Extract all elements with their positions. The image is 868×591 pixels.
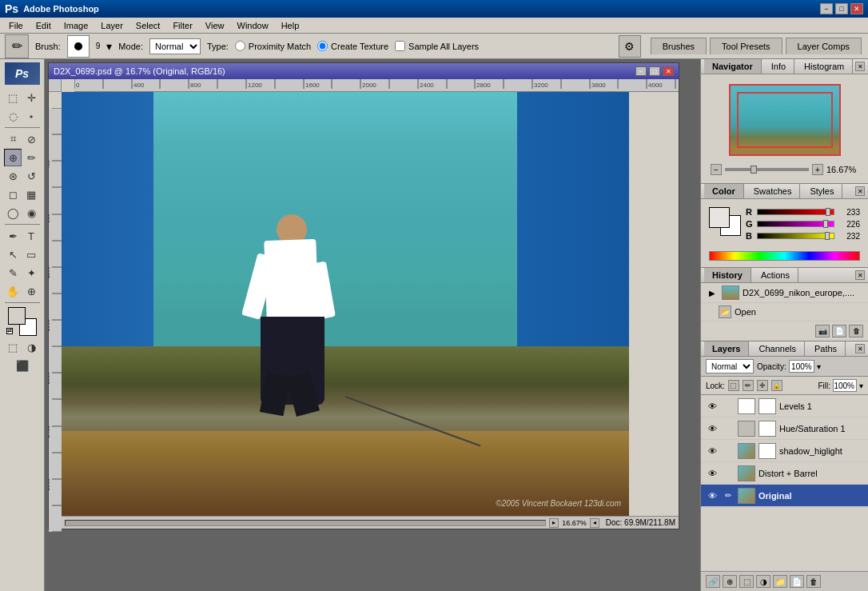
close-button[interactable]: ✕: [850, 3, 863, 14]
tab-histogram[interactable]: Histogram: [796, 59, 853, 74]
doc-minimize[interactable]: −: [635, 66, 647, 76]
quick-mask-mode[interactable]: ◑: [22, 338, 40, 356]
magic-wand-tool[interactable]: ⋆: [22, 107, 40, 125]
menu-window[interactable]: Window: [232, 19, 274, 32]
menu-edit[interactable]: Edit: [30, 19, 57, 32]
layer-eye-shadow[interactable]: 👁: [706, 445, 719, 457]
hscroll-track[interactable]: [65, 520, 546, 526]
tab-navigator[interactable]: Navigator: [704, 59, 762, 74]
layer-item-original[interactable]: 👁 ✏ Original: [701, 485, 868, 507]
doc-close[interactable]: ✕: [663, 66, 674, 76]
layer-mask-btn[interactable]: ⬚: [739, 575, 754, 588]
menu-help[interactable]: Help: [276, 19, 305, 32]
fill-arrow[interactable]: ▾: [859, 381, 863, 390]
menu-image[interactable]: Image: [58, 19, 94, 32]
fill-input[interactable]: [833, 379, 857, 392]
menu-select[interactable]: Select: [130, 19, 166, 32]
zoom-slider-thumb[interactable]: [751, 166, 757, 174]
layer-eye-huesat[interactable]: 👁: [706, 422, 719, 435]
layer-link-btn[interactable]: 🔗: [706, 575, 720, 588]
brush-tool[interactable]: ✏: [22, 149, 40, 166]
path-selection-tool[interactable]: ↖: [4, 246, 22, 263]
mode-select[interactable]: Normal Multiply Screen: [149, 38, 201, 54]
scroll-arrow-left[interactable]: ◂: [590, 518, 599, 528]
sample-all-layers-option[interactable]: Sample All Layers: [395, 41, 479, 51]
layer-delete-btn[interactable]: 🗑: [806, 575, 821, 588]
hscroll-right[interactable]: ▸: [549, 518, 559, 528]
layer-item-distort[interactable]: 👁 Distort + Barrel: [701, 462, 868, 485]
history-brush-tool[interactable]: ↺: [22, 167, 40, 185]
tab-swatches[interactable]: Swatches: [746, 184, 801, 198]
healing-brush-tool[interactable]: ⊕: [4, 149, 22, 166]
lock-transparent-pixels[interactable]: ⬚: [728, 380, 739, 391]
blend-mode-select[interactable]: Normal Multiply Screen: [706, 359, 754, 373]
menu-layer[interactable]: Layer: [95, 19, 129, 32]
notes-tool[interactable]: ✎: [4, 264, 22, 282]
hand-tool[interactable]: ✋: [4, 282, 22, 300]
tab-paths[interactable]: Paths: [806, 341, 846, 356]
tab-history[interactable]: History: [704, 268, 751, 282]
r-thumb[interactable]: [826, 208, 830, 216]
create-texture-option[interactable]: Create Texture: [317, 41, 388, 51]
doc-maximize[interactable]: □: [649, 66, 660, 76]
screen-mode[interactable]: ⬛: [14, 357, 31, 374]
menu-file[interactable]: File: [3, 19, 29, 32]
swap-colors-icon[interactable]: ⇄: [6, 328, 13, 334]
history-delete[interactable]: 🗑: [849, 325, 863, 337]
brush-dropdown-arrow[interactable]: ▾: [106, 40, 112, 53]
move-tool[interactable]: ✛: [22, 89, 40, 106]
lock-position[interactable]: ✛: [757, 380, 768, 391]
lock-all[interactable]: 🔒: [771, 380, 782, 391]
gradient-tool[interactable]: ▦: [22, 186, 40, 203]
proximity-match-option[interactable]: Proximity Match: [235, 41, 311, 51]
tab-channels[interactable]: Channels: [751, 341, 804, 356]
opacity-input[interactable]: [789, 360, 814, 373]
lasso-tool[interactable]: ◌: [4, 107, 22, 125]
layer-style-btn[interactable]: ⊕: [723, 575, 737, 588]
foreground-swatch[interactable]: [709, 207, 730, 228]
clone-stamp-tool[interactable]: ⊛: [4, 167, 22, 185]
crop-tool[interactable]: ⌗: [4, 130, 22, 148]
r-slider[interactable]: [757, 209, 834, 215]
navigator-thumbnail[interactable]: [729, 84, 841, 156]
tab-tool-presets[interactable]: Tool Presets: [710, 38, 782, 54]
dodge-tool[interactable]: ◯: [4, 204, 22, 222]
color-close[interactable]: ✕: [855, 186, 865, 196]
g-thumb[interactable]: [823, 220, 828, 228]
layer-group-btn[interactable]: 📁: [773, 575, 787, 588]
opacity-arrow[interactable]: ▾: [817, 362, 821, 371]
history-new-doc[interactable]: 📄: [832, 325, 846, 337]
foreground-color-swatch[interactable]: [8, 307, 26, 325]
rectangular-marquee-tool[interactable]: ⬚: [4, 89, 22, 106]
history-open-item[interactable]: 📂 Open: [701, 303, 868, 321]
navigator-close[interactable]: ✕: [855, 62, 865, 71]
tab-layer-comps[interactable]: Layer Comps: [786, 38, 862, 54]
history-close[interactable]: ✕: [855, 270, 865, 280]
b-slider[interactable]: [757, 233, 834, 239]
layer-eye-levels1[interactable]: 👁: [706, 400, 719, 413]
layers-close[interactable]: ✕: [855, 344, 865, 353]
g-slider[interactable]: [757, 221, 834, 227]
brush-preview[interactable]: [67, 35, 90, 58]
b-thumb[interactable]: [825, 232, 830, 240]
layer-item-shadow[interactable]: 👁 shadow_higlight: [701, 440, 868, 462]
eyedropper-tool[interactable]: ✦: [22, 264, 40, 282]
menu-view[interactable]: View: [200, 19, 230, 32]
zoom-out-btn[interactable]: −: [711, 164, 722, 175]
minimize-button[interactable]: −: [820, 3, 833, 14]
slice-tool[interactable]: ⊘: [22, 130, 40, 148]
eraser-tool[interactable]: ◻: [4, 186, 22, 203]
layer-item-huesat[interactable]: 👁 Hue/Saturation 1: [701, 417, 868, 440]
tab-styles[interactable]: Styles: [802, 184, 842, 198]
history-new-snapshot[interactable]: 📷: [815, 325, 830, 337]
zoom-slider[interactable]: [725, 168, 809, 171]
tab-info[interactable]: Info: [763, 59, 794, 74]
history-file-item[interactable]: ▶ D2X_0699_nikon_europe,....: [701, 283, 868, 303]
tab-color[interactable]: Color: [704, 184, 744, 198]
zoom-in-btn[interactable]: +: [812, 164, 823, 175]
standard-mode[interactable]: ⬚: [4, 338, 22, 356]
shape-tool[interactable]: ▭: [22, 246, 40, 263]
color-spectrum[interactable]: [709, 251, 860, 261]
options-extra-icon[interactable]: ⚙: [619, 35, 641, 58]
type-tool[interactable]: T: [22, 227, 40, 245]
